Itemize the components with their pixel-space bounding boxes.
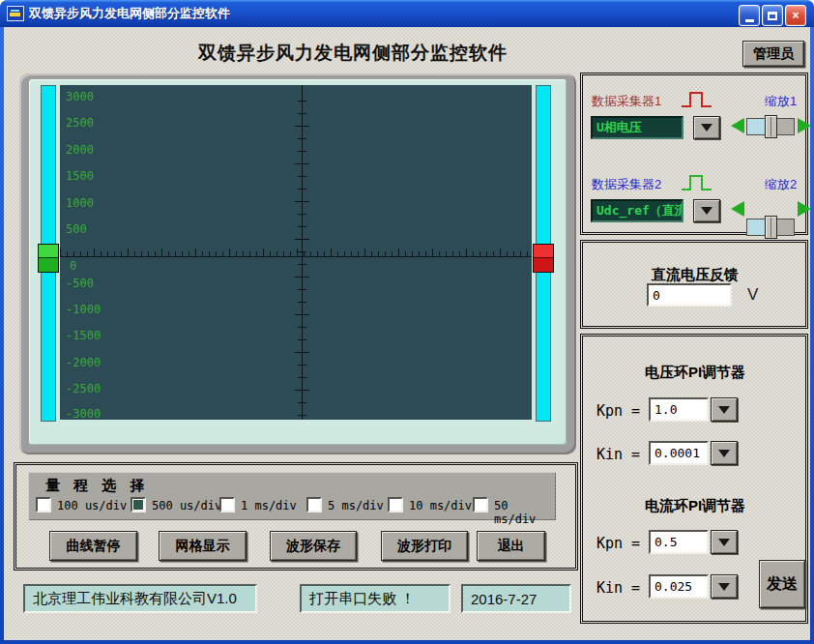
y-axis-label: 500 xyxy=(66,222,108,236)
y-axis-label: -500 xyxy=(66,277,108,290)
c-kpn-label: Kpn = xyxy=(596,535,640,552)
chevron-down-icon xyxy=(718,539,730,546)
checkbox-50ms[interactable] xyxy=(473,497,488,512)
v-kpn-input[interactable] xyxy=(649,397,709,422)
c-kpn-dropdown-button[interactable] xyxy=(711,530,738,554)
chevron-down-icon xyxy=(701,207,712,215)
collector2-label: 数据采集器2 xyxy=(592,176,661,193)
zoom2-slider[interactable] xyxy=(746,219,795,236)
pulse1-icon xyxy=(680,89,714,110)
window-title: 双馈异步风力发电网侧部分监控软件 xyxy=(29,5,230,22)
zoom1-thumb[interactable] xyxy=(765,115,777,138)
channel1-dropdown-button[interactable] xyxy=(693,116,720,139)
checkbox-label: 5 ms/div xyxy=(328,499,384,512)
checkbox-10ms[interactable] xyxy=(388,497,403,512)
checkbox-5ms[interactable] xyxy=(306,497,322,512)
y-axis-label: -2500 xyxy=(66,382,108,395)
page-title: 双馈异步风力发电网侧部分监控软件 xyxy=(19,41,686,66)
checkbox-1ms[interactable] xyxy=(219,497,235,512)
save-waveform-button[interactable]: 波形保存 xyxy=(270,531,357,561)
pulse2-icon xyxy=(680,172,714,193)
client-area: 双馈异步风力发电网侧部分监控软件 管理员 3000 2500 2000 1500… xyxy=(4,27,810,640)
c-kpn-input[interactable] xyxy=(649,530,709,554)
chevron-down-icon xyxy=(701,124,712,132)
company-version-box: 北京理工伟业科教有限公司V1.0 xyxy=(23,584,257,613)
dc-unit-label: V xyxy=(747,285,758,305)
scope-frame: 3000 2500 2000 1500 1000 500 0 -500 -100… xyxy=(29,79,567,445)
titlebar: 双馈异步风力发电网侧部分监控软件 × xyxy=(0,0,814,27)
channel2-select[interactable]: Udc_ref（直流电 xyxy=(591,199,683,222)
y-axis-label: 2500 xyxy=(66,116,108,130)
c-kin-input[interactable] xyxy=(649,574,709,599)
maximize-button[interactable] xyxy=(762,5,783,26)
app-icon xyxy=(7,6,24,21)
minimize-icon xyxy=(745,19,754,22)
dc-feedback-group: 直流电压反馈 V xyxy=(580,240,808,329)
v-kpn-label: Kpn = xyxy=(596,402,640,420)
y-axis-label: -1000 xyxy=(66,303,108,316)
app-window: 双馈异步风力发电网侧部分监控软件 × 双馈异步风力发电网侧部分监控软件 管理员 … xyxy=(0,0,814,644)
close-button[interactable]: × xyxy=(785,5,806,26)
v-kin-dropdown-button[interactable] xyxy=(711,441,738,465)
exit-button[interactable]: 退出 xyxy=(477,531,545,561)
channel2-dropdown-button[interactable] xyxy=(693,199,720,222)
collector1-label: 数据采集器1 xyxy=(592,93,661,110)
scope-bezel: 3000 2500 2000 1500 1000 500 0 -500 -100… xyxy=(19,73,576,454)
scope-plot: 3000 2500 2000 1500 1000 500 0 -500 -100… xyxy=(60,85,532,420)
y-axis xyxy=(295,85,309,420)
date-box: 2016-7-27 xyxy=(461,584,571,613)
range-panel: 量 程 选 择 100 us/div 500 us/div 1 ms/div 5… xyxy=(28,472,556,520)
minimize-button[interactable] xyxy=(739,5,760,26)
zoom1-decrease-arrow[interactable] xyxy=(731,118,744,133)
close-icon: × xyxy=(792,9,799,22)
y-axis-label: 3000 xyxy=(66,90,108,103)
dc-feedback-title: 直流电压反馈 xyxy=(581,266,809,284)
voltage-pi-title: 电压环PI调节器 xyxy=(581,364,809,382)
v-kpn-dropdown-button[interactable] xyxy=(711,397,738,422)
serial-status-box: 打开串口失败 ！ xyxy=(300,584,451,613)
print-waveform-button[interactable]: 波形打印 xyxy=(381,531,468,561)
zoom1-slider[interactable] xyxy=(746,118,795,135)
right-scale-slider[interactable] xyxy=(536,85,551,422)
c-kin-label: Kin = xyxy=(596,579,640,597)
c-kin-dropdown-button[interactable] xyxy=(711,574,738,599)
y-axis-label: -3000 xyxy=(66,407,108,421)
zoom2-thumb[interactable] xyxy=(765,216,777,239)
zoom1-increase-arrow[interactable] xyxy=(798,118,811,133)
left-slider-thumb[interactable] xyxy=(38,244,59,273)
v-kin-input[interactable] xyxy=(649,441,709,465)
y-axis-label: 1000 xyxy=(66,196,108,210)
right-slider-thumb[interactable] xyxy=(533,244,554,273)
send-button[interactable]: 发送 xyxy=(759,560,805,608)
channel1-select[interactable]: U相电压 xyxy=(591,116,683,139)
checkbox-500us[interactable] xyxy=(131,497,146,512)
zoom2-decrease-arrow[interactable] xyxy=(731,201,744,217)
admin-button[interactable]: 管理员 xyxy=(742,41,804,67)
chevron-down-icon xyxy=(718,406,730,414)
pause-curve-button[interactable]: 曲线暂停 xyxy=(49,531,137,561)
y-axis-label: 0 xyxy=(70,259,112,273)
chevron-down-icon xyxy=(718,450,730,457)
zoom2-increase-arrow[interactable] xyxy=(798,201,811,217)
range-group: 量 程 选 择 100 us/div 500 us/div 1 ms/div 5… xyxy=(14,462,578,571)
checkbox-label: 10 ms/div xyxy=(409,499,472,512)
range-title: 量 程 选 择 xyxy=(45,477,150,495)
checkbox-label: 500 us/div xyxy=(152,499,221,512)
checkbox-label: 100 us/div xyxy=(57,499,127,512)
checkbox-label: 1 ms/div xyxy=(241,499,297,512)
collectors-group: 数据采集器1 缩放1 U相电压 数据采集器2 缩放2 Udc_ref（直流电 xyxy=(580,73,808,235)
y-axis-label: -1500 xyxy=(66,329,108,342)
y-axis-label: 1500 xyxy=(66,169,108,183)
v-kin-label: Kin = xyxy=(596,446,640,463)
dc-feedback-input[interactable] xyxy=(647,283,732,307)
left-scale-slider[interactable] xyxy=(41,85,56,422)
current-pi-title: 电流环PI调节器 xyxy=(581,497,809,515)
grid-display-button[interactable]: 网格显示 xyxy=(159,531,247,561)
zoom2-label: 缩放2 xyxy=(765,176,797,193)
checkbox-100us[interactable] xyxy=(36,497,51,512)
maximize-icon xyxy=(768,12,777,20)
chevron-down-icon xyxy=(718,583,730,591)
y-axis-label: 2000 xyxy=(66,143,108,157)
zoom1-label: 缩放1 xyxy=(765,93,797,110)
y-axis-label: -2000 xyxy=(66,356,108,369)
